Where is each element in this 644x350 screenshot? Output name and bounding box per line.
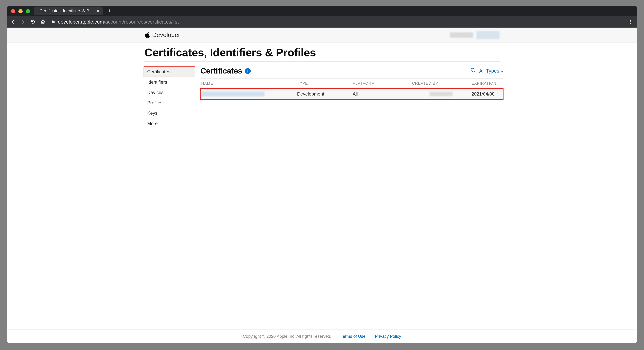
address-bar[interactable]: developer.apple.com/account/resources/ce… xyxy=(49,19,624,25)
cert-expiration: 2021/04/08 xyxy=(471,91,503,97)
sidebar-item-label: Certificates xyxy=(147,69,170,74)
address-host: developer.apple.com/account/resources/ce… xyxy=(58,19,179,25)
table-header: NAME ⌄ TYPE PLATFORM CREATED BY xyxy=(200,78,503,88)
sidebar-item-more[interactable]: More xyxy=(144,118,195,129)
account-name-redacted xyxy=(450,32,473,38)
search-button[interactable] xyxy=(470,68,476,74)
svg-point-1 xyxy=(630,21,631,22)
section-header: Certificates All Types ⌄ xyxy=(200,67,503,78)
sidebar-item-profiles[interactable]: Profiles xyxy=(144,98,195,108)
plus-icon xyxy=(246,69,250,73)
sidebar-item-label: Keys xyxy=(147,110,157,116)
browser-menu-button[interactable] xyxy=(626,18,634,26)
certificates-table: NAME ⌄ TYPE PLATFORM CREATED BY xyxy=(200,78,503,100)
browser-toolbar: developer.apple.com/account/resources/ce… xyxy=(7,16,637,27)
browser-titlebar: Certificates, Identifiers & Profiles × + xyxy=(7,6,637,16)
footer-copyright: Copyright © 2020 Apple Inc. All rights r… xyxy=(243,334,331,339)
window-controls xyxy=(11,9,30,13)
new-tab-button[interactable]: + xyxy=(106,7,114,15)
brand-link[interactable]: Developer xyxy=(144,31,180,38)
browser-window: Certificates, Identifiers & Profiles × +… xyxy=(7,6,637,343)
apple-logo-icon xyxy=(144,32,150,38)
site-header: Developer xyxy=(7,27,637,42)
sort-caret-icon: ⌄ xyxy=(215,82,218,85)
footer-terms-link[interactable]: Terms of Use xyxy=(340,334,366,339)
sidebar: Certificates Identifiers Devices Profile… xyxy=(144,67,195,330)
page-title-row: Certificates, Identifiers & Profiles xyxy=(144,42,500,62)
search-icon xyxy=(470,68,476,73)
column-header-type[interactable]: TYPE xyxy=(296,81,352,86)
account-team-redacted xyxy=(476,31,500,39)
footer-privacy-link[interactable]: Privacy Policy xyxy=(375,334,401,339)
filter-dropdown[interactable]: All Types ⌄ xyxy=(479,68,503,74)
tab-close-icon[interactable]: × xyxy=(96,8,99,13)
table-row[interactable]: Development All 2021/04/08 xyxy=(200,88,503,100)
tab-title: Certificates, Identifiers & Profiles xyxy=(40,8,94,13)
browser-tabs: Certificates, Identifiers & Profiles × + xyxy=(34,6,114,16)
browser-tab-active[interactable]: Certificates, Identifiers & Profiles × xyxy=(34,6,103,15)
lock-icon xyxy=(51,19,55,24)
nav-reload-button[interactable] xyxy=(29,18,37,26)
page-viewport: Developer Certificates, Identifiers & Pr… xyxy=(7,27,637,343)
svg-point-0 xyxy=(630,20,631,21)
sidebar-item-label: Profiles xyxy=(147,100,162,105)
nav-back-button[interactable] xyxy=(9,18,17,26)
column-header-expiration[interactable]: EXPIRATION xyxy=(471,81,503,86)
site-footer: Copyright © 2020 Apple Inc. All rights r… xyxy=(7,330,637,343)
chevron-down-icon: ⌄ xyxy=(500,69,503,73)
window-minimize-button[interactable] xyxy=(18,9,22,13)
footer-separator xyxy=(336,334,336,339)
cert-type: Development xyxy=(296,91,352,97)
sidebar-item-certificates[interactable]: Certificates xyxy=(144,67,195,77)
svg-point-2 xyxy=(630,23,631,24)
brand-label: Developer xyxy=(152,31,180,38)
sidebar-item-label: Identifiers xyxy=(147,79,167,85)
page-title: Certificates, Identifiers & Profiles xyxy=(144,46,500,59)
footer-separator xyxy=(370,334,370,339)
cert-platform: All xyxy=(352,91,411,97)
column-header-name[interactable]: NAME ⌄ xyxy=(200,81,296,86)
header-account-area[interactable] xyxy=(450,31,500,39)
add-certificate-button[interactable] xyxy=(245,68,251,74)
nav-forward-button[interactable] xyxy=(19,18,27,26)
main-content: Certificates All Types ⌄ xyxy=(200,67,503,330)
sidebar-item-keys[interactable]: Keys xyxy=(144,108,195,118)
sidebar-item-identifiers[interactable]: Identifiers xyxy=(144,77,195,87)
sidebar-item-label: More xyxy=(147,121,158,126)
window-close-button[interactable] xyxy=(11,9,15,13)
window-maximize-button[interactable] xyxy=(26,9,30,13)
section-title: Certificates xyxy=(200,67,242,75)
sidebar-item-devices[interactable]: Devices xyxy=(144,87,195,98)
cert-name-redacted xyxy=(201,92,264,96)
nav-home-button[interactable] xyxy=(39,18,47,26)
column-header-platform[interactable]: PLATFORM xyxy=(352,81,411,86)
cert-created-by-redacted xyxy=(430,92,452,96)
filter-label: All Types xyxy=(479,68,499,74)
column-header-created-by[interactable]: CREATED BY xyxy=(411,81,471,86)
sidebar-item-label: Devices xyxy=(147,90,164,95)
